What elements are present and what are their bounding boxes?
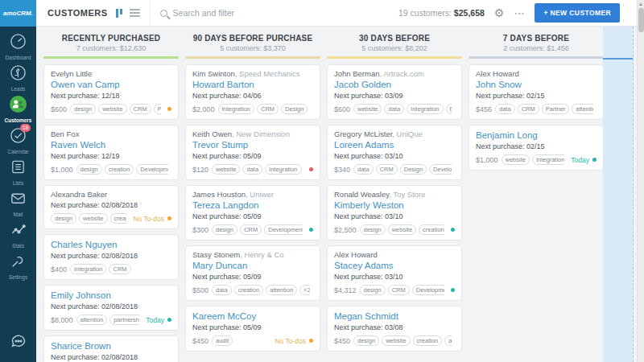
tag-list: designCRMDevelopment+1 [360,285,444,295]
column-accent-bar [327,56,462,59]
contact-name: Ben Fox [51,130,79,138]
customer-card[interactable]: Alex Howard John Snow Next purchase: 02/… [469,64,604,120]
column-subtitle: 2 customers: $1,456 [467,44,605,52]
list-view-icon[interactable] [130,9,140,17]
task-status-dot [309,167,313,171]
contact-name: Alex Howard [476,69,519,78]
board-view-icon[interactable] [116,9,122,18]
pipeline-column: 90 DAYS BEFORE PURCHASE 5 customers: $3,… [184,31,322,362]
contact-line: Ronald Weasley, Toy Store [334,190,455,200]
contact-line: Gregory McLister, UniQue [334,130,455,139]
gauge-icon [9,32,27,54]
customer-card[interactable]: James Houston, Uniwer Tereza Langdon Nex… [185,185,320,241]
customer-card[interactable]: Kareem McCoy Next purchase: 05/09 $450 a… [185,306,320,352]
customer-card[interactable]: Kim Swinton, Speed Mechanics Howard Bart… [185,64,320,120]
support-chat-button[interactable] [0,331,36,354]
company-name: , Toy Store [389,190,425,199]
customer-card[interactable]: Gregory McLister, UniQue Loreen Adams Ne… [327,125,462,180]
next-purchase-date: Next purchase: 02/15 [476,142,597,151]
contact-name: Gregory McLister [334,130,392,138]
sidebar-item-settings[interactable]: Settings [0,252,36,280]
tag-chip: attention [444,335,452,346]
customer-card[interactable]: Megan Schmidt Next purchase: 03/08 $450 … [327,306,462,352]
scroll-up-arrow[interactable]: ▲ [638,0,644,6]
company-name: , Henry & Co [240,250,283,259]
sidebar-item-customers[interactable]: Customers [0,95,36,123]
customer-card[interactable]: Alexandra Baker Next purchase: 02/08/201… [43,185,179,229]
contact-name: Keith Owen [192,130,232,138]
tag-chip: Design [400,164,427,175]
customer-card[interactable]: Emily Johnson Next purchase: 02/08/2018 … [43,285,179,331]
scrollbar-thumb[interactable] [638,8,644,32]
purchase-amount: $1,000 [476,156,498,164]
purchase-amount: $600 [51,105,67,113]
contact-line: Keith Owen, New Dimension [192,130,313,139]
tag-list: dataCRMDesignDevelopment+2 [353,164,452,175]
customer-card[interactable]: John Berman, Artrack.com Jacob Golden Ne… [327,64,462,120]
tag-chip: Development [264,224,303,235]
customer-name: Tereza Langdon [192,200,313,211]
sidebar-item-stats[interactable]: Stats [0,220,36,249]
people-icon [9,95,27,117]
task-status-label: No To-dos [133,215,164,223]
column-cards: John Berman, Artrack.com Jacob Golden Ne… [325,64,464,352]
task-status-dot [167,216,171,220]
contact-line: Alex Howard [476,69,597,79]
column-cards: Alex Howard John Snow Next purchase: 02/… [467,64,605,171]
contact-line: Evelyn Little [51,69,171,79]
company-name: , New Dimension [232,130,290,138]
customer-card[interactable]: Stasy Stonem, Henry & Co Mary Duncan Nex… [185,245,320,301]
customer-name: Mary Duncan [192,260,313,271]
contact-line: Kim Swinton, Speed Mechanics [192,69,313,79]
tag-chip: data [353,164,374,175]
customer-card[interactable]: Keith Owen, New Dimension Trevor Stump N… [185,125,320,180]
amocrm-logo[interactable]: amoCRM. [0,0,36,27]
purchase-amount: $2,000 [192,105,215,113]
task-status-dot [592,158,597,162]
customer-card[interactable]: Benjamin Long Next purchase: 02/15 $1,00… [469,125,604,171]
purchase-amount: $400 [51,265,67,274]
purchase-amount: $1,000 [51,166,73,174]
sidebar-item-dashboard[interactable]: Dashboard [0,32,36,60]
customer-card[interactable]: Alex Howard Stacey Adams Next purchase: … [327,245,462,301]
notification-badge: 18 [20,124,31,132]
contact-line: Alex Howard [334,250,455,260]
sidebar-item-label: Dashboard [6,55,31,60]
ellipsis-icon[interactable]: ⋯ [514,8,525,19]
tag-chip: data [384,104,404,114]
gear-icon[interactable]: ⚙ [494,7,505,19]
sidebar-item-lists[interactable]: Lists [0,158,36,186]
tag-chip: data [212,285,232,295]
page-title: CUSTOMERS [47,8,108,18]
customer-name: John Snow [476,79,597,90]
next-purchase-date: Next purchase: 12/18 [51,91,171,101]
tag-chip: design [70,104,96,114]
purchase-amount: $8,000 [51,316,73,324]
tag-chip: website [79,213,107,224]
customer-card[interactable]: Evelyn Little Owen van Camp Next purchas… [43,64,179,120]
pipeline-column: 7 DAYS BEFORE 2 customers: $1,456 Alex H… [467,31,605,362]
tag-chip: design [353,335,379,346]
tag-chip: Development [412,285,444,295]
customer-card[interactable]: Ronald Weasley, Toy Store Kimberly Westo… [327,185,462,241]
column-cards: Evelyn Little Owen van Camp Next purchas… [42,64,180,362]
search-input[interactable]: Search and filter [150,0,398,27]
vertical-scrollbar[interactable]: ▲ [637,0,644,362]
sidebar-item-leads[interactable]: Leads [0,64,36,92]
customer-card[interactable]: Charles Nguyen Next purchase: 02/08/2018… [43,234,179,280]
customer-card[interactable]: Sharice Brown Next purchase: 02/08/2018 … [43,335,179,362]
customer-name: Owen van Camp [51,79,171,90]
task-status-label: Today [146,316,164,324]
customers-summary: 19 customers: $25,658 [398,8,485,18]
next-stage-drop-zone[interactable] [603,27,634,362]
sidebar-item-calendar[interactable]: Calendar 18 [0,126,36,154]
customer-card[interactable]: Ben Fox Raven Welch Next purchase: 12/19… [43,125,179,180]
sidebar-item-mail[interactable]: Mail [0,189,36,217]
next-purchase-date: Next purchase: 03/09 [334,91,455,101]
task-status-dot [451,288,455,292]
new-customer-button[interactable]: + NEW CUSTOMER [535,3,620,23]
task-status-dot [167,318,171,322]
customer-name: Trevor Stump [192,139,313,150]
next-purchase-date: Next purchase: 05/09 [192,323,313,332]
tag-chip: creation [110,213,127,224]
